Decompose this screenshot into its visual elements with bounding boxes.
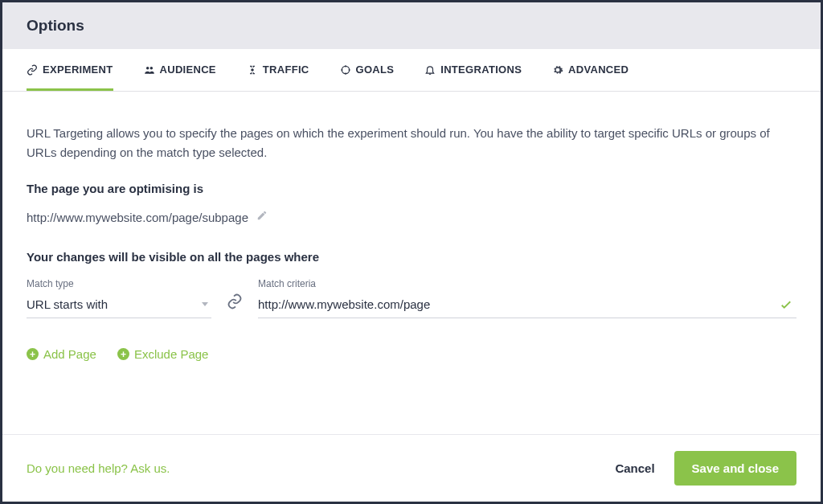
match-row: Match type Match criteria	[27, 278, 796, 318]
link-icon	[226, 293, 244, 310]
dialog-footer: Do you need help? Ask us. Cancel Save an…	[2, 434, 821, 502]
gear-icon	[552, 64, 563, 76]
tab-bar: EXPERIMENT AUDIENCE TRAFFIC GOALS INTEGR…	[2, 49, 821, 92]
match-criteria-field: Match criteria	[258, 278, 796, 318]
visible-label: Your changes will be visible on all the …	[27, 250, 796, 264]
crosshair-icon	[340, 64, 351, 76]
match-type-select-wrap[interactable]	[27, 294, 211, 318]
optimising-url: http://www.mywebsite.com/page/subpage	[27, 211, 248, 224]
plus-icon: +	[27, 348, 39, 360]
match-criteria-input[interactable]	[258, 294, 796, 318]
target-icon	[247, 64, 258, 76]
link-icon	[27, 64, 38, 76]
exclude-page-button[interactable]: + Exclude Page	[117, 347, 209, 361]
tab-label: GOALS	[356, 64, 395, 76]
link-separator-icon	[226, 293, 244, 318]
match-criteria-label: Match criteria	[258, 278, 796, 289]
tab-label: EXPERIMENT	[43, 64, 113, 76]
svg-point-3	[342, 66, 349, 73]
dialog-header: Options	[2, 2, 821, 49]
help-link[interactable]: Do you need help? Ask us.	[27, 461, 170, 475]
tab-experiment[interactable]: EXPERIMENT	[27, 49, 113, 91]
tab-label: TRAFFIC	[263, 64, 309, 76]
optimising-url-row: http://www.mywebsite.com/page/subpage	[27, 210, 796, 224]
save-and-close-button[interactable]: Save and close	[674, 451, 796, 486]
content-area: URL Targeting allows you to specify the …	[2, 92, 821, 434]
svg-point-2	[252, 68, 253, 70]
add-page-button[interactable]: + Add Page	[27, 347, 96, 361]
match-type-field: Match type	[27, 278, 211, 318]
tab-label: AUDIENCE	[160, 64, 216, 76]
cancel-button[interactable]: Cancel	[615, 461, 654, 475]
tab-label: INTEGRATIONS	[440, 64, 522, 76]
add-page-label: Add Page	[43, 347, 96, 361]
tab-integrations[interactable]: INTEGRATIONS	[424, 49, 522, 91]
bell-icon	[424, 64, 436, 76]
match-type-label: Match type	[27, 278, 211, 289]
people-icon	[144, 64, 155, 76]
svg-point-1	[149, 66, 153, 69]
tab-label: ADVANCED	[568, 64, 629, 76]
intro-text: URL Targeting allows you to specify the …	[27, 124, 796, 162]
tab-advanced[interactable]: ADVANCED	[552, 49, 629, 91]
svg-point-0	[145, 66, 149, 69]
edit-url-button[interactable]	[256, 210, 268, 224]
footer-actions: Cancel Save and close	[615, 451, 796, 486]
dialog-title: Options	[27, 17, 796, 35]
pencil-icon	[256, 210, 268, 221]
optimising-label: The page you are optimising is	[27, 182, 796, 195]
tab-audience[interactable]: AUDIENCE	[144, 49, 216, 91]
plus-icon: +	[117, 348, 129, 360]
check-icon	[779, 297, 793, 312]
page-actions: + Add Page + Exclude Page	[27, 347, 796, 361]
match-type-select[interactable]	[27, 294, 211, 318]
tab-traffic[interactable]: TRAFFIC	[247, 49, 309, 91]
tab-goals[interactable]: GOALS	[340, 49, 395, 91]
criteria-valid-indicator	[779, 297, 793, 315]
exclude-page-label: Exclude Page	[134, 347, 209, 361]
